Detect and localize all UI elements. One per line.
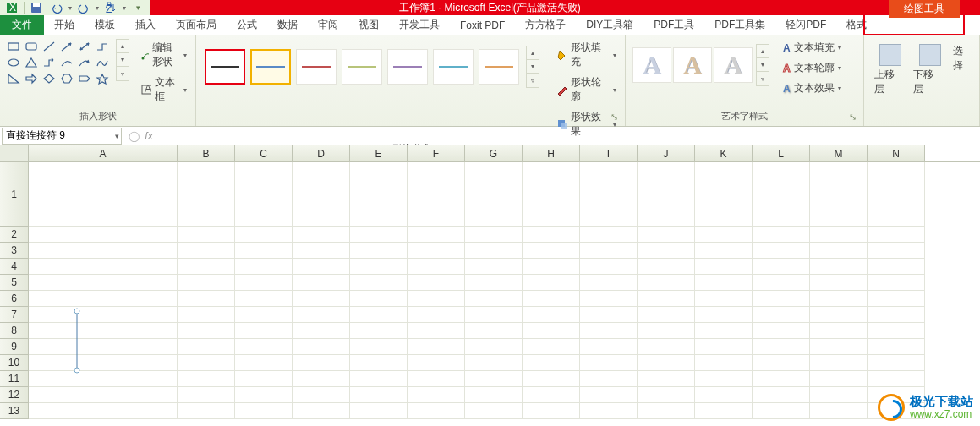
gallery-up-icon[interactable]: ▴ — [757, 45, 769, 58]
cell[interactable] — [235, 339, 293, 355]
cell[interactable] — [293, 259, 350, 275]
redo-dropdown-icon[interactable]: ▾ — [96, 4, 99, 12]
cell[interactable] — [235, 387, 293, 403]
row-header[interactable]: 5 — [0, 275, 29, 291]
cell[interactable] — [695, 371, 753, 387]
wordart-swatch-2[interactable]: A — [673, 47, 712, 83]
select-all-corner[interactable] — [0, 145, 29, 161]
cell[interactable] — [408, 307, 465, 323]
cell[interactable] — [408, 371, 465, 387]
dialog-launcher-icon[interactable]: ⤡ — [610, 112, 618, 123]
style-swatch-2[interactable] — [250, 49, 291, 85]
cell[interactable] — [523, 162, 580, 227]
cell[interactable] — [753, 323, 810, 339]
cell[interactable] — [580, 243, 638, 259]
cell[interactable] — [408, 259, 465, 275]
tab-template[interactable]: 模板 — [85, 15, 125, 36]
shapes-gallery[interactable] — [5, 39, 111, 86]
cell[interactable] — [580, 355, 638, 371]
cell[interactable] — [580, 227, 638, 243]
cell[interactable] — [235, 307, 293, 323]
name-box[interactable]: 直接连接符 9 ▾ — [2, 128, 122, 145]
shape-pentagon-icon[interactable] — [76, 71, 93, 86]
shape-fill-button[interactable]: 形状填充▾ — [553, 39, 620, 71]
shape-triangle-icon[interactable] — [23, 55, 40, 70]
excel-icon[interactable]: X — [3, 1, 20, 14]
gallery-down-icon[interactable]: ▾ — [117, 53, 129, 67]
cell[interactable] — [638, 307, 695, 323]
cell[interactable] — [523, 275, 580, 291]
cell[interactable] — [753, 291, 810, 307]
cell[interactable] — [638, 275, 695, 291]
cell[interactable] — [695, 291, 753, 307]
cell[interactable] — [350, 275, 408, 291]
row-header[interactable]: 13 — [0, 403, 29, 419]
cell[interactable] — [235, 355, 293, 371]
sort-icon[interactable]: AZ — [102, 1, 119, 14]
cell[interactable] — [638, 387, 695, 403]
cell[interactable] — [580, 403, 638, 419]
cell[interactable] — [810, 371, 868, 387]
shape-star-icon[interactable] — [94, 71, 111, 86]
cell[interactable] — [350, 371, 408, 387]
gallery-more-icon[interactable]: ▿ — [527, 74, 539, 87]
cell[interactable] — [753, 339, 810, 355]
cell[interactable] — [695, 403, 753, 419]
shapes-gallery-nav[interactable]: ▴ ▾ ▿ — [116, 39, 129, 81]
cell[interactable] — [580, 339, 638, 355]
cell[interactable] — [695, 162, 753, 227]
tab-formulas[interactable]: 公式 — [227, 15, 267, 36]
cell[interactable] — [293, 323, 350, 339]
cell[interactable] — [29, 387, 178, 403]
save-icon[interactable] — [28, 1, 45, 14]
cell[interactable] — [235, 323, 293, 339]
cell[interactable] — [523, 403, 580, 419]
cell[interactable] — [408, 291, 465, 307]
cell[interactable] — [868, 323, 925, 339]
cell[interactable] — [350, 387, 408, 403]
cell[interactable] — [465, 371, 523, 387]
cell[interactable] — [465, 227, 523, 243]
col-header[interactable]: B — [178, 145, 235, 161]
cell[interactable] — [868, 355, 925, 371]
cell[interactable] — [178, 259, 235, 275]
cell[interactable] — [465, 355, 523, 371]
cell[interactable] — [293, 307, 350, 323]
gallery-up-icon[interactable]: ▴ — [117, 40, 129, 53]
cell[interactable] — [810, 243, 868, 259]
cell[interactable] — [293, 355, 350, 371]
cell[interactable] — [868, 162, 925, 227]
cell[interactable] — [523, 291, 580, 307]
dialog-launcher-icon[interactable]: ⤡ — [849, 112, 857, 123]
cell[interactable] — [638, 227, 695, 243]
cell[interactable] — [810, 259, 868, 275]
cell[interactable] — [408, 339, 465, 355]
edit-shape-button[interactable]: 编辑形状 ▾ — [138, 39, 190, 71]
tab-qspdf[interactable]: 轻闪PDF — [775, 15, 836, 36]
col-header[interactable]: L — [753, 145, 810, 161]
cell[interactable] — [695, 355, 753, 371]
cell[interactable] — [580, 259, 638, 275]
cell[interactable] — [178, 355, 235, 371]
cell[interactable] — [293, 339, 350, 355]
style-swatch-4[interactable] — [342, 49, 382, 85]
wordart-swatch-3[interactable]: A — [714, 47, 753, 83]
cell[interactable] — [465, 307, 523, 323]
row-header[interactable]: 2 — [0, 227, 29, 243]
undo-icon[interactable] — [48, 1, 65, 14]
cell[interactable] — [580, 323, 638, 339]
cell[interactable] — [868, 339, 925, 355]
cell[interactable] — [695, 387, 753, 403]
cell[interactable] — [350, 355, 408, 371]
selection-pane-button[interactable]: 选择 — [951, 42, 971, 74]
cell[interactable] — [580, 291, 638, 307]
row-header[interactable]: 6 — [0, 291, 29, 307]
col-header[interactable]: K — [695, 145, 753, 161]
contextual-tab-drawing-tools[interactable]: 绘图工具 — [889, 0, 960, 18]
shape-hexagon-icon[interactable] — [58, 71, 75, 86]
col-header[interactable]: D — [293, 145, 350, 161]
cell[interactable] — [465, 387, 523, 403]
cell[interactable] — [29, 243, 178, 259]
row-header[interactable]: 7 — [0, 307, 29, 323]
fx-icon[interactable]: fx — [141, 130, 156, 142]
